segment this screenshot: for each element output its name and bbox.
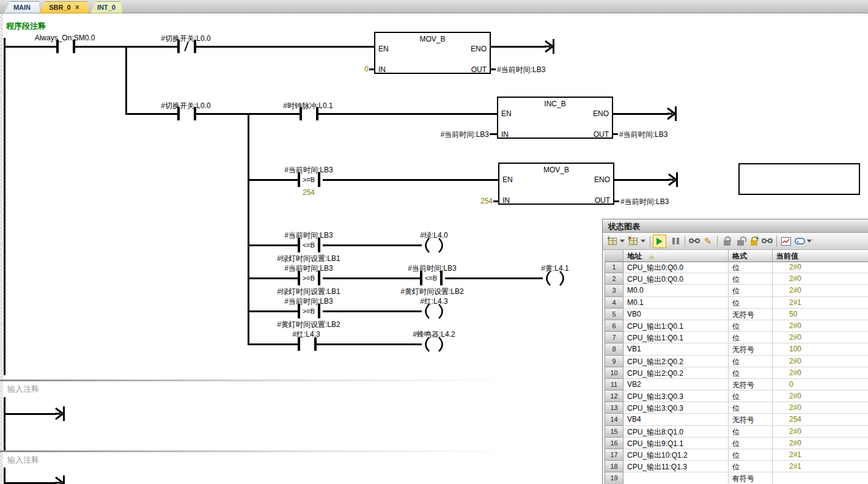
block-in-value[interactable]: 254 (462, 197, 493, 205)
trend-view-icon[interactable] (779, 235, 793, 248)
current-value-cell[interactable]: 2#0 (773, 367, 868, 379)
delete-chart-icon[interactable]: × (627, 235, 640, 248)
row-number-cell[interactable]: 14 (605, 414, 623, 425)
row-number-cell[interactable]: 12 (605, 391, 623, 402)
current-value-cell[interactable]: 2#0 (773, 285, 868, 296)
format-cell[interactable]: 无符号 (729, 414, 773, 425)
address-cell[interactable]: CPU_输出1:Q0.1 (623, 332, 729, 343)
address-cell[interactable]: VB2 (623, 379, 729, 391)
row-number-cell[interactable]: 6 (605, 320, 623, 332)
address-cell[interactable]: CPU_输出3:Q0.3 (623, 391, 729, 402)
address-cell[interactable] (623, 472, 729, 484)
row-number-cell[interactable]: 13 (605, 402, 623, 414)
format-cell[interactable]: 位 (729, 320, 773, 332)
row-number-cell[interactable]: 15 (605, 426, 623, 438)
format-cell[interactable]: 位 (729, 426, 773, 438)
row-number-cell[interactable]: 4 (605, 297, 623, 309)
current-value-cell[interactable]: 2#0 (773, 391, 868, 402)
current-value-cell[interactable]: 100 (773, 343, 868, 355)
address-cell[interactable]: M0.0 (623, 285, 729, 296)
block-out-operand[interactable]: #当前时间:LB3 (620, 197, 669, 207)
current-value-cell[interactable]: 2#1 (773, 449, 868, 461)
read-force-icon[interactable] (760, 235, 774, 248)
block-inc-b[interactable]: INC_B EN ENO IN OUT (497, 97, 613, 139)
column-header-format[interactable]: 格式 (729, 250, 773, 262)
row-number-cell[interactable]: 11 (605, 379, 623, 391)
block-out-operand[interactable]: #当前时间:LB3 (619, 130, 668, 140)
tab-int0[interactable]: INT_0 (90, 1, 123, 13)
row-number-cell[interactable]: 2 (605, 273, 623, 285)
force-all-icon[interactable]: + (747, 235, 760, 248)
current-value-cell[interactable] (773, 472, 868, 484)
write-all-icon[interactable]: ✎ (701, 235, 715, 248)
current-value-cell[interactable]: 2#0 (773, 426, 868, 438)
current-value-cell[interactable]: 2#0 (773, 320, 868, 332)
row-number-cell[interactable]: 8 (605, 343, 623, 355)
format-cell[interactable]: 位 (729, 391, 773, 402)
format-cell[interactable]: 位 (729, 262, 773, 273)
current-value-cell[interactable]: 2#0 (773, 262, 868, 273)
current-value-cell[interactable]: 2#0 (773, 273, 868, 285)
close-tab-icon[interactable]: × (75, 4, 79, 11)
address-cell[interactable]: CPU_输出2:Q0.2 (623, 367, 729, 379)
chart-status-on-icon[interactable] (653, 235, 666, 248)
format-cell[interactable]: 无符号 (729, 309, 773, 320)
address-cell[interactable]: VB1 (623, 343, 729, 355)
current-value-cell[interactable]: 50 (773, 309, 868, 320)
tab-sbr0[interactable]: SBR_0 × (39, 1, 89, 13)
address-cell[interactable]: CPU_输出9:Q1.1 (623, 438, 729, 449)
address-cell[interactable]: CPU_输出10:Q1.2 (623, 449, 729, 461)
read-all-icon[interactable] (688, 235, 701, 248)
row-number-cell[interactable]: 1 (605, 262, 623, 273)
symbol-addressing-dropdown-icon[interactable] (807, 240, 812, 243)
row-number-cell[interactable]: 18 (605, 461, 623, 472)
coil-green[interactable] (421, 238, 447, 253)
format-cell[interactable]: 位 (729, 273, 773, 285)
delete-chart-dropdown-icon[interactable] (641, 240, 645, 243)
current-value-cell[interactable]: 2#1 (773, 297, 868, 309)
column-header-address[interactable]: 地址 (623, 250, 729, 262)
symbol-addressing-icon[interactable] (793, 235, 806, 248)
coil-buzzer[interactable] (421, 337, 447, 352)
address-cell[interactable]: M0.1 (623, 297, 729, 309)
row-number-cell[interactable]: 7 (605, 332, 623, 343)
address-cell[interactable]: CPU_输出1:Q0.1 (623, 320, 729, 332)
row-number-cell[interactable]: 5 (605, 309, 623, 320)
add-chart-dropdown-icon[interactable] (620, 240, 625, 243)
left-resize-gutter[interactable] (0, 13, 3, 484)
current-value-cell[interactable]: 0 (773, 379, 868, 391)
row-number-cell[interactable]: 17 (605, 449, 623, 461)
network-comment[interactable]: 程序段注释 (6, 21, 46, 32)
address-cell[interactable]: CPU_输出0:Q0.0 (623, 273, 729, 285)
add-chart-icon[interactable]: + (606, 235, 619, 248)
pause-chart-icon[interactable] (669, 235, 682, 248)
block-mov-b-2[interactable]: MOV_B EN ENO IN OUT (498, 163, 614, 205)
address-cell[interactable]: CPU_输出8:Q1.0 (623, 426, 729, 438)
format-cell[interactable]: 位 (729, 332, 773, 343)
address-cell[interactable]: CPU_输出2:Q0.2 (623, 356, 729, 367)
row-number-cell[interactable]: 16 (605, 438, 623, 449)
coil-red[interactable] (421, 304, 447, 319)
block-out-operand[interactable]: #当前时间:LB3 (497, 65, 545, 75)
column-header-current-value[interactable]: 当前值 (773, 250, 868, 262)
format-cell[interactable]: 无符号 (729, 379, 773, 391)
format-cell[interactable]: 位 (729, 438, 773, 449)
current-value-cell[interactable]: 2#0 (773, 332, 868, 343)
force-icon[interactable] (720, 235, 734, 248)
row-number-cell[interactable]: 10 (605, 367, 623, 379)
current-value-cell[interactable]: 2#1 (773, 461, 868, 472)
format-cell[interactable]: 无符号 (729, 343, 773, 355)
format-cell[interactable]: 位 (729, 461, 773, 472)
row-number-cell[interactable]: 9 (605, 356, 623, 367)
corner-header-cell[interactable] (605, 250, 623, 262)
network-comment-placeholder[interactable]: 输入注释 (7, 384, 39, 395)
address-cell[interactable]: CPU_输出3:Q0.3 (623, 402, 729, 414)
tab-main[interactable]: MAIN (4, 1, 40, 13)
row-number-cell[interactable]: 19 (605, 472, 623, 484)
current-value-cell[interactable]: 2#0 (773, 356, 868, 367)
block-mov-b-1[interactable]: MOV_B EN ENO IN OUT (374, 32, 491, 74)
empty-network-box[interactable] (738, 163, 860, 195)
format-cell[interactable]: 位 (729, 367, 773, 379)
format-cell[interactable]: 位 (729, 356, 773, 367)
format-cell[interactable]: 位 (729, 285, 773, 296)
